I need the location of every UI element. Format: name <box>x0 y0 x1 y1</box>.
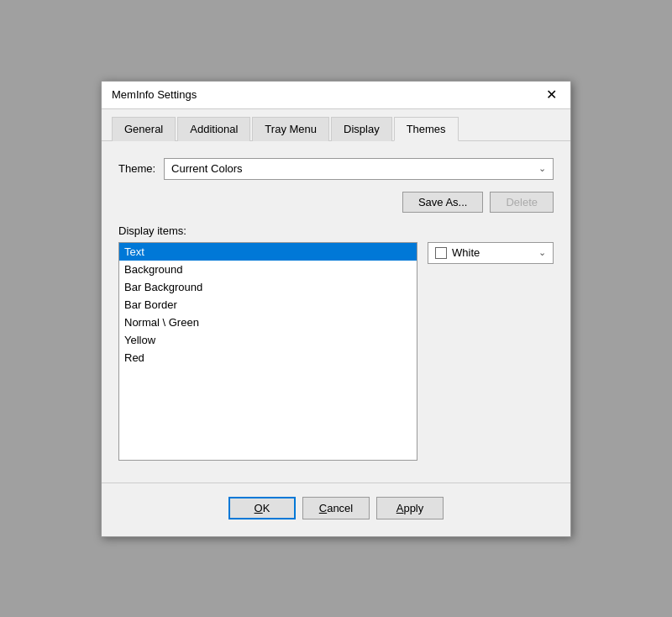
color-selector[interactable]: White ⌄ <box>428 242 554 264</box>
list-item[interactable]: Bar Background <box>119 278 417 296</box>
delete-button[interactable]: Delete <box>490 192 554 213</box>
list-item[interactable]: Yellow <box>119 331 417 349</box>
footer: OK Cancel Apply <box>102 483 570 536</box>
save-as-label: Save As... <box>418 196 468 208</box>
close-button[interactable]: ✕ <box>543 88 560 102</box>
list-item[interactable]: Normal \ Green <box>119 314 417 331</box>
settings-dialog: MemInfo Settings ✕ General Additional Tr… <box>101 81 571 537</box>
dialog-title: MemInfo Settings <box>112 88 197 101</box>
title-bar: MemInfo Settings ✕ <box>102 82 570 109</box>
apply-label-rest: pply <box>403 502 423 514</box>
ok-button[interactable]: OK <box>228 497 296 519</box>
color-value: White <box>452 246 533 259</box>
theme-label: Theme: <box>118 162 155 175</box>
tab-additional[interactable]: Additional <box>177 117 250 141</box>
ok-underline: O <box>255 502 263 514</box>
cancel-underline: C <box>319 502 327 514</box>
theme-value: Current Colors <box>171 162 243 175</box>
display-items-list[interactable]: Text Background Bar Background Bar Borde… <box>118 242 417 461</box>
save-as-button[interactable]: Save As... <box>402 192 484 213</box>
tab-themes[interactable]: Themes <box>394 117 459 141</box>
apply-button[interactable]: Apply <box>376 497 444 519</box>
tab-tray-menu[interactable]: Tray Menu <box>252 117 329 141</box>
cancel-label-rest: ancel <box>327 502 353 514</box>
theme-dropdown[interactable]: Current Colors ⌄ <box>164 158 554 180</box>
theme-row: Theme: Current Colors ⌄ <box>118 158 554 180</box>
color-checkbox[interactable] <box>435 247 447 259</box>
list-item[interactable]: Bar Border <box>119 296 417 314</box>
tabs-container: General Additional Tray Menu Display The… <box>102 109 570 141</box>
display-area: Text Background Bar Background Bar Borde… <box>118 242 554 461</box>
cancel-button[interactable]: Cancel <box>302 497 370 519</box>
tab-display[interactable]: Display <box>331 117 392 141</box>
list-item[interactable]: Red <box>119 349 417 367</box>
theme-dropdown-arrow: ⌄ <box>538 163 546 174</box>
list-item[interactable]: Text <box>119 243 417 261</box>
list-item[interactable]: Background <box>119 261 417 278</box>
color-dropdown-arrow: ⌄ <box>538 247 546 258</box>
tab-general[interactable]: General <box>112 117 176 141</box>
tab-content: Theme: Current Colors ⌄ Save As... Delet… <box>102 141 570 474</box>
theme-buttons: Save As... Delete <box>118 192 554 213</box>
display-items-label: Display items: <box>118 224 554 237</box>
ok-label-rest: K <box>263 502 270 514</box>
